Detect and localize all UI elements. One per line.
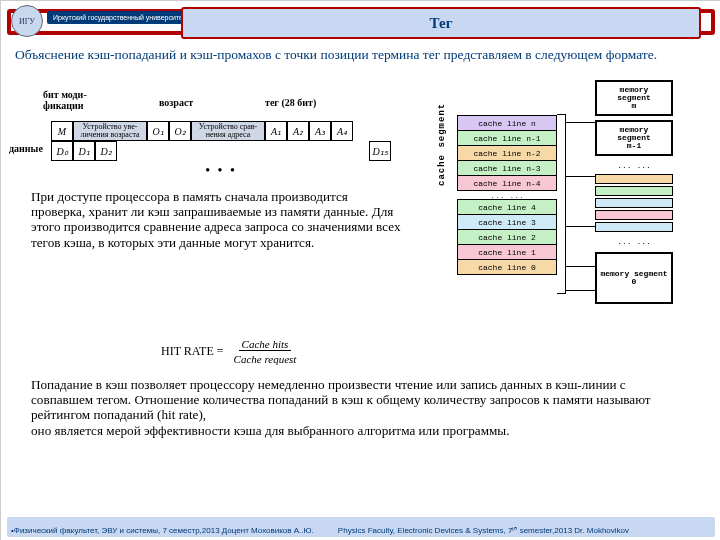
mem-gap2: ... ...	[595, 236, 673, 248]
cell-addr-device: Устройство срав-нения адреса	[191, 121, 265, 141]
mem-strip	[595, 198, 673, 208]
cache-segment-label: cache segment	[437, 103, 447, 186]
cache-line: cache line 4	[457, 199, 557, 215]
formula-denominator: Cache request	[231, 353, 300, 365]
cache-line: cache line n-1	[457, 130, 557, 146]
mem-gap: ... ...	[595, 160, 673, 172]
cell-D0: D₀	[51, 141, 73, 161]
hit-rate-formula: HIT RATE = Cache hits Cache request	[161, 337, 299, 367]
cell-D2: D₂	[95, 141, 117, 161]
mem-seg-m: memory segment m	[595, 80, 673, 116]
formula-numerator: Cache hits	[239, 338, 292, 351]
intro-text: Объяснение кэш-попаданий и кэш-промахов …	[15, 47, 701, 63]
bottom-paragraph: Попадание в кэш позволяет процессору нем…	[31, 377, 691, 438]
mem-strip	[595, 222, 673, 232]
cell-D15: D₁₅	[369, 141, 391, 161]
cache-line: cache line 1	[457, 244, 557, 260]
ellipsis: • • •	[51, 163, 391, 179]
label-tag: тег (28 бит)	[265, 97, 316, 108]
mem-strip	[595, 174, 673, 184]
formula-lhs: HIT RATE =	[161, 344, 224, 358]
cell-D1: D₁	[73, 141, 95, 161]
cache-line: cache line 2	[457, 229, 557, 245]
cache-line-format-diagram: бит моди- фикации возраст тег (28 бит) M…	[51, 91, 391, 179]
cell-A4: A₄	[331, 121, 353, 141]
mid-paragraph: При доступе процессора в память сначала …	[31, 189, 401, 250]
cell-age-device: Устройство уве-личения возраста	[73, 121, 147, 141]
mem-seg-m1: memory segment m-1	[595, 120, 673, 156]
label-age: возраст	[159, 97, 193, 108]
mem-strip	[595, 186, 673, 196]
cell-M: M	[51, 121, 73, 141]
footer-left: Физический факультет, ЭВУ и системы, 7 с…	[14, 526, 314, 535]
university-name: Иркутский государственный университет	[47, 11, 192, 24]
mem-seg-0: memory segment 0	[595, 252, 673, 304]
cell-A1: A₁	[265, 121, 287, 141]
cache-line: cache line n-2	[457, 145, 557, 161]
cache-line: cache line n-3	[457, 160, 557, 176]
cache-bracket	[557, 114, 566, 294]
slide-title: Тег	[181, 7, 701, 39]
university-logo: ИГУ	[11, 5, 43, 37]
cache-line: cache line n	[457, 115, 557, 131]
cell-O2: O₂	[169, 121, 191, 141]
label-modbit: бит моди- фикации	[43, 89, 87, 111]
cache-line: cache line 3	[457, 214, 557, 230]
cell-A3: A₃	[309, 121, 331, 141]
cache-line: cache line 0	[457, 259, 557, 275]
footer: •Физический факультет, ЭВУ и системы, 7 …	[11, 526, 711, 535]
cell-O1: O₁	[147, 121, 169, 141]
cell-A2: A₂	[287, 121, 309, 141]
footer-right: Physics Faculty, Electronic Devices & Sy…	[338, 526, 629, 535]
label-data: данные	[9, 143, 43, 154]
mem-strip	[595, 210, 673, 220]
cache-line: cache line n-4	[457, 175, 557, 191]
